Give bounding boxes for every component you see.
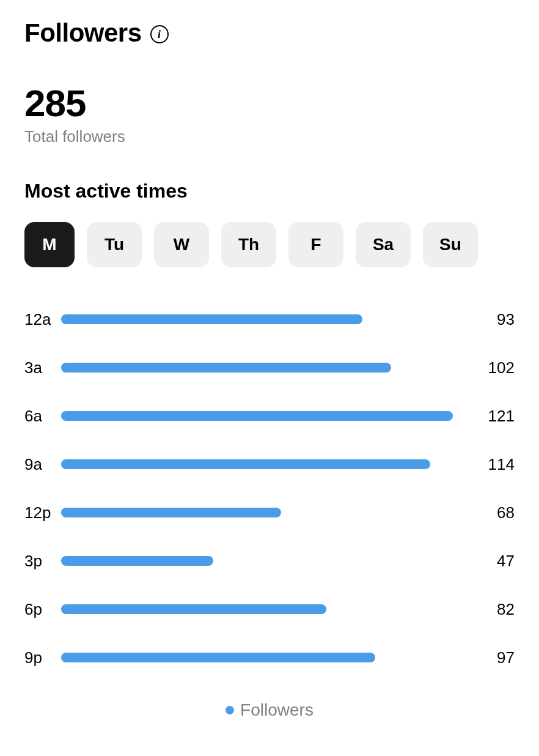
bar-value: 114: [478, 455, 515, 474]
bar-track: [61, 459, 466, 469]
chart-row: 6a121: [24, 407, 515, 425]
time-label: 12a: [24, 310, 61, 329]
page-header: Followers i: [24, 18, 515, 48]
chart-legend: Followers: [24, 700, 515, 720]
chart-row: 12p68: [24, 503, 515, 522]
bar-value: 82: [478, 600, 515, 619]
chart-row: 6p82: [24, 600, 515, 618]
chart-row: 3a102: [24, 358, 515, 377]
bar-track: [61, 604, 466, 614]
page-title: Followers: [24, 18, 142, 48]
bar-track: [61, 363, 466, 372]
bar-track: [61, 508, 466, 517]
bar-fill: [61, 363, 391, 372]
active-times-chart: 12a933a1026a1219a11412p683p476p829p97: [24, 310, 515, 667]
bar-value: 47: [478, 552, 515, 571]
bar-track: [61, 653, 466, 662]
legend-dot-icon: [226, 706, 234, 714]
followers-count: 285: [24, 84, 515, 122]
time-label: 6a: [24, 407, 61, 426]
day-tab-sunday[interactable]: Su: [423, 222, 478, 267]
legend-label: Followers: [240, 700, 314, 720]
time-label: 6p: [24, 600, 61, 619]
day-tab-saturday[interactable]: Sa: [356, 222, 411, 267]
bar-value: 97: [478, 648, 515, 667]
time-label: 9p: [24, 648, 61, 667]
bar-value: 68: [478, 503, 515, 522]
time-label: 12p: [24, 503, 61, 522]
bar-fill: [61, 459, 430, 469]
time-label: 3p: [24, 552, 61, 571]
bar-fill: [61, 604, 326, 614]
bar-fill: [61, 314, 362, 324]
day-tab-thursday[interactable]: Th: [221, 222, 276, 267]
chart-row: 12a93: [24, 310, 515, 328]
day-tabs: M Tu W Th F Sa Su: [24, 222, 515, 267]
bar-track: [61, 556, 466, 566]
section-title: Most active times: [24, 180, 515, 202]
bar-fill: [61, 556, 213, 566]
chart-row: 3p47: [24, 552, 515, 570]
bar-track: [61, 411, 466, 421]
followers-total: 285 Total followers: [24, 84, 515, 146]
time-label: 3a: [24, 358, 61, 377]
time-label: 9a: [24, 455, 61, 474]
info-icon[interactable]: i: [150, 25, 169, 43]
chart-row: 9a114: [24, 455, 515, 473]
day-tab-monday[interactable]: M: [24, 222, 75, 267]
bar-value: 93: [478, 310, 515, 329]
bar-value: 121: [478, 407, 515, 426]
day-tab-friday[interactable]: F: [288, 222, 343, 267]
bar-fill: [61, 411, 453, 421]
bar-value: 102: [478, 358, 515, 377]
followers-count-label: Total followers: [24, 127, 515, 146]
bar-fill: [61, 653, 375, 662]
bar-track: [61, 314, 466, 324]
day-tab-tuesday[interactable]: Tu: [87, 222, 142, 267]
chart-row: 9p97: [24, 648, 515, 667]
bar-fill: [61, 508, 281, 517]
day-tab-wednesday[interactable]: W: [154, 222, 209, 267]
